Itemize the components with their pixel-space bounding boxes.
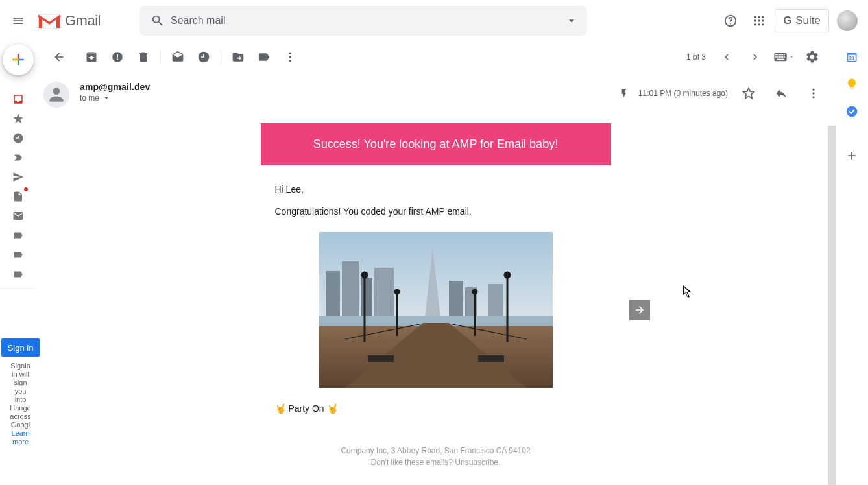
side-panel: 31 [836, 41, 868, 485]
svg-rect-36 [361, 278, 372, 323]
archive-button[interactable] [78, 44, 104, 70]
learn-more-link[interactable]: Learn more [11, 429, 29, 445]
search-icon[interactable] [145, 8, 171, 34]
email-body: Success! You're looking at AMP for Email… [36, 110, 836, 485]
apps-grid-icon[interactable] [746, 8, 772, 34]
spam-button[interactable] [104, 44, 130, 70]
nav-label3[interactable] [8, 265, 29, 284]
trash-icon [137, 51, 150, 64]
email-greeting: Hi Lee, [275, 183, 611, 196]
mark-unread-icon [171, 51, 184, 64]
svg-point-10 [758, 23, 760, 25]
nav-label2[interactable] [8, 245, 29, 265]
signin-button[interactable]: Sign in [1, 338, 40, 357]
get-addons-button[interactable] [845, 149, 858, 162]
svg-rect-23 [777, 56, 778, 58]
svg-point-9 [754, 23, 756, 25]
svg-rect-17 [777, 54, 778, 56]
nav-snoozed[interactable] [8, 128, 29, 148]
gear-icon [805, 50, 819, 64]
svg-rect-18 [778, 54, 780, 56]
message-more-button[interactable] [802, 82, 825, 105]
sender-avatar[interactable] [43, 82, 69, 108]
carousel-next-button[interactable] [629, 300, 650, 320]
hamburger-menu-icon[interactable] [3, 5, 34, 36]
unsubscribe-link[interactable]: Unsubscribe [455, 458, 498, 467]
back-button[interactable] [46, 44, 72, 70]
arrow-back-icon [53, 51, 66, 64]
star-button[interactable] [737, 82, 760, 105]
search-bar[interactable] [139, 6, 587, 36]
nav-label1[interactable] [8, 226, 29, 245]
app-header: Gmail GG Suite Suite [0, 0, 868, 41]
party-line: 🤘 Party On 🤘 [275, 403, 611, 414]
gsuite-button[interactable]: GG Suite Suite [775, 9, 829, 32]
nav-starred[interactable] [8, 109, 29, 128]
svg-point-47 [505, 272, 510, 278]
keyboard-icon [773, 53, 788, 62]
recipient-line[interactable]: to me [80, 93, 150, 102]
plus-icon [845, 149, 858, 162]
email-banner: Success! You're looking at AMP for Email… [261, 123, 611, 165]
mail-icon [12, 210, 24, 222]
svg-point-12 [289, 53, 291, 54]
calendar-icon: 31 [845, 51, 858, 64]
settings-button[interactable] [799, 44, 825, 70]
markunread-button[interactable] [165, 44, 191, 70]
nav-important[interactable] [8, 148, 29, 167]
chevron-left-icon [721, 51, 732, 63]
scrollbar-thumb[interactable] [828, 126, 836, 485]
reply-button[interactable] [769, 82, 793, 105]
inbox-icon [12, 93, 24, 105]
account-avatar[interactable] [837, 10, 858, 31]
sender-address: amp@gmail.dev [80, 82, 150, 92]
email-footer: Company Inc, 3 Abbey Road, San Francisco… [261, 445, 611, 468]
svg-rect-27 [784, 56, 785, 58]
svg-point-49 [395, 290, 399, 294]
important-icon [12, 152, 24, 163]
search-options-icon[interactable] [559, 8, 585, 34]
signin-block: Sign in Signinin willsignyouintoHangoacr… [5, 338, 36, 446]
message-time: 11:01 PM (0 minutes ago) [638, 89, 728, 98]
nav-sent[interactable] [8, 167, 29, 187]
support-icon[interactable] [717, 8, 743, 34]
nav-all-mail[interactable] [8, 206, 29, 226]
input-tools-button[interactable] [771, 44, 797, 70]
prev-message-button[interactable] [714, 44, 740, 70]
gmail-logo[interactable]: Gmail [36, 11, 101, 30]
more-button[interactable] [277, 44, 303, 70]
carousel-image [319, 232, 553, 388]
next-message-button[interactable] [742, 44, 768, 70]
signin-text: Signinin willsignyouintoHangoacrossGoogl… [5, 362, 36, 446]
svg-point-29 [812, 89, 814, 91]
folder-move-icon [232, 51, 245, 64]
svg-rect-19 [780, 54, 782, 56]
calendar-app[interactable]: 31 [845, 51, 858, 64]
svg-point-11 [762, 23, 764, 25]
message-header: amp@gmail.dev to me 11:01 PM (0 minutes … [36, 73, 836, 110]
tasks-app[interactable] [845, 105, 858, 118]
arrow-right-icon [634, 304, 645, 316]
svg-point-51 [473, 290, 477, 294]
moveto-button[interactable] [225, 44, 251, 70]
separator [221, 51, 221, 64]
nav-drafts[interactable] [8, 187, 29, 206]
svg-point-14 [289, 60, 291, 62]
keep-app[interactable] [845, 78, 858, 91]
more-vert-icon [807, 87, 820, 100]
label-icon [12, 249, 24, 261]
label-icon [258, 51, 271, 64]
nav-inbox[interactable] [8, 89, 29, 109]
svg-point-2 [730, 23, 731, 25]
scrollbar-track [828, 41, 836, 472]
dropdown-icon [789, 54, 794, 60]
gmail-m-icon [36, 11, 62, 30]
snooze-button[interactable] [191, 44, 217, 70]
delete-button[interactable] [130, 44, 156, 70]
compose-button[interactable] [3, 44, 34, 75]
labels-button[interactable] [251, 44, 277, 70]
gmail-logo-text: Gmail [65, 12, 101, 29]
search-input[interactable] [171, 15, 582, 27]
message-toolbar: 1 of 3 [36, 41, 836, 73]
svg-rect-25 [780, 56, 782, 58]
